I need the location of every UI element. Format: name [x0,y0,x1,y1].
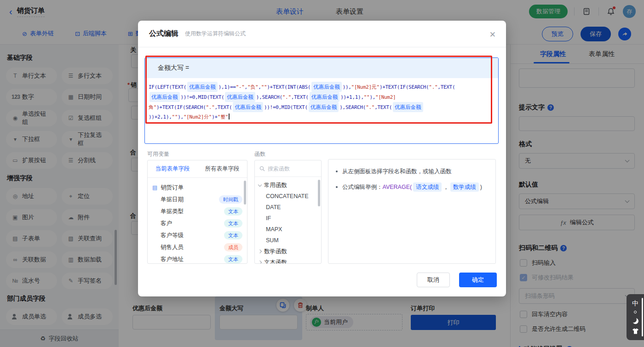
variable-field-row[interactable]: 客户地址文本 [152,253,242,264]
formula-token: ),SEARCH( [339,104,366,110]
formula-token: "负" [247,84,258,90]
example-field-chip: 数学成绩 [450,182,479,192]
tip-select-fields: 从左侧面板选择字段名和函数，或输入函数 [336,167,488,176]
tip-example: 公式编辑举例：AVERAGE(语文成绩，数学成绩) [336,182,488,192]
field-chip[interactable]: 优惠后金额 [187,82,218,92]
theme-shirt-icon[interactable] [632,328,639,334]
formula-token: "" [261,84,267,90]
variable-field-row[interactable]: 单据日期时间戳 [152,193,242,205]
field-chip[interactable]: 优惠后金额 [311,82,342,92]
chevron-right-icon [258,261,262,264]
modal-subtitle: 使用数学运算符编辑公式 [185,30,246,38]
formula-token: "." [206,104,215,110]
function-item-MAPX[interactable]: MAPX [259,224,317,235]
variable-field-row[interactable]: 销售人员成员 [152,241,242,253]
formula-body[interactable]: IF(LEFT(TEXT(优惠后金额),1)=="-","负","")+TEXT… [145,78,498,122]
formula-token: )+TEXT(IF(SEARCH( [380,84,429,90]
variables-label: 可用变量 [147,150,169,158]
form-name: 销货订单 [161,184,242,192]
formula-token: ,TEXT( [291,94,309,100]
variable-name: 单据类型 [161,208,221,216]
example-field-chip: 语文成绩 [413,182,442,192]
panel-scrollbar[interactable] [642,298,643,336]
variable-field-row[interactable]: 单据类型文本 [152,205,242,217]
function-list: 常用函数CONCATENATEDATEIFMAPXSUM数学函数文本函数 [255,177,321,264]
variables-scrollbar[interactable] [244,181,246,205]
variable-type-badge: 成员 [224,243,242,251]
formula-token: 角" [149,104,156,110]
function-search-input[interactable] [268,165,309,172]
language-toggle[interactable]: 中 [632,300,638,307]
formula-token: "-" [236,84,245,90]
tab-all-form-fields[interactable]: 所有表单字段 [197,165,247,173]
function-search[interactable] [255,160,321,177]
chevron-right-icon [258,250,262,253]
variable-type-badge: 时间戳 [219,195,242,204]
functions-scrollbar[interactable] [318,180,320,206]
variables-tree: ▤销货订单单据日期时间戳单据类型文本客户文本客户等级文本销售人员成员客户地址文本 [148,178,247,264]
modal-header: 公式编辑 使用数学运算符编辑公式 ✕ [138,21,506,47]
tab-current-form-fields[interactable]: 当前表单字段 [148,165,197,173]
variables-tabs: 当前表单字段 所有表单字段 [148,160,247,178]
cancel-button[interactable]: 取消 [417,273,450,287]
field-chip[interactable]: 优惠后金额 [310,92,340,102]
formula-token: ),1)== [218,84,236,90]
formula-editor[interactable]: 金额大写 = IF(LEFT(TEXT(优惠后金额),1)=="-","负","… [144,57,499,144]
formula-token: ),SEARCH( [256,94,282,100]
functions-label: 函数 [254,150,265,158]
formula-token: ))+1,1), [340,94,364,100]
field-chip[interactable]: 优惠后金额 [225,92,255,102]
formula-token: "" [172,114,178,120]
variable-type-badge: 文本 [224,231,242,239]
variable-type-badge: 文本 [224,219,242,228]
formula-token: ), [369,94,375,100]
modal-title: 公式编辑 [149,29,178,39]
formula-tips: 从左侧面板选择字段名和函数，或输入函数 公式编辑举例：AVERAGE(语文成绩，… [328,159,496,264]
field-chip[interactable]: 优惠后金额 [309,102,339,112]
variable-field-row[interactable]: 客户等级文本 [152,229,242,241]
field-chip[interactable]: 优惠后金额 [393,102,423,112]
formula-token: )+TEXT(INT(ABS( [267,84,310,90]
formula-token: "[Num2] [375,94,396,100]
function-item-SUM[interactable]: SUM [259,235,317,246]
variable-type-badge: 文本 [224,255,242,263]
variable-name: 客户等级 [161,232,221,239]
variable-field-row[interactable]: 客户文本 [152,217,242,229]
function-group-文本函数[interactable]: 文本函数 [259,257,317,264]
formula-token: "整" [218,114,228,120]
formula-token: "." [429,84,437,90]
function-group-数学函数[interactable]: 数学函数 [259,246,317,257]
formula-token: ,TEXT( [214,104,232,110]
formula-token: "." [282,94,291,100]
variable-name: 客户 [161,220,221,228]
function-item-DATE[interactable]: DATE [259,202,317,213]
variable-type-badge: 文本 [224,207,242,216]
field-chip[interactable]: 优惠后金额 [233,102,263,112]
function-group-常用函数[interactable]: 常用函数 [259,180,317,191]
dark-mode-icon[interactable] [632,318,638,324]
modal-buttons: 取消 确定 [417,273,497,287]
formula-token: )+TEXT(IF(SEARCH( [156,104,206,110]
formula-token: )+ [212,114,218,120]
confirm-button[interactable]: 确定 [459,273,497,287]
function-item-IF[interactable]: IF [259,213,317,224]
variables-form-row[interactable]: ▤销货订单 [152,182,242,193]
formula-token: ), [178,114,184,120]
variables-panel: 当前表单字段 所有表单字段 ▤销货订单单据日期时间戳单据类型文本客户文本客户等级… [147,160,247,264]
variable-name: 单据日期 [161,196,216,204]
function-item-CONCATENATE[interactable]: CONCATENATE [259,191,317,202]
field-chip[interactable]: 优惠后金额 [150,92,180,102]
example-function: AVERAGE( [383,182,412,192]
formula-token: ))!=0,MID(TEXT( [181,94,224,100]
search-icon [259,166,265,171]
formula-line: 优惠后金额))!=0,MID(TEXT(优惠后金额),SEARCH(".",TE… [149,92,494,102]
formula-token: ))!=0,MID(TEXT( [264,104,308,110]
formula-token: "[Num2]分" [184,114,212,120]
formula-token: ,TEXT( [437,84,455,90]
variable-name: 销售人员 [161,244,221,251]
formula-token: ))+2,1), [149,114,172,120]
formula-line: ))+2,1),""),"[Num2]分")+"整" [149,112,494,122]
close-icon[interactable]: ✕ [489,30,496,40]
formula-line: 角")+TEXT(IF(SEARCH(".",TEXT(优惠后金额))!=0,M… [149,102,494,112]
form-doc-icon: ▤ [152,184,157,191]
